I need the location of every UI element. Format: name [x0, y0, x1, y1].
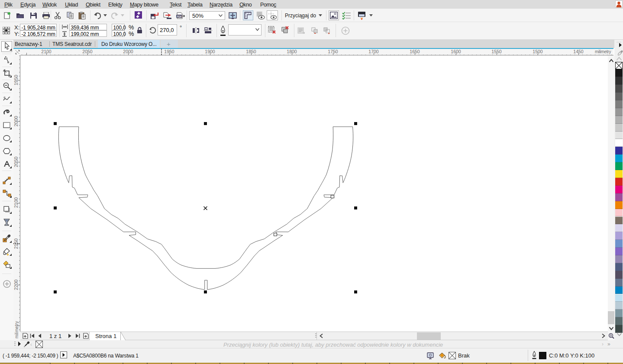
svg-text:PDF: PDF — [177, 15, 182, 18]
